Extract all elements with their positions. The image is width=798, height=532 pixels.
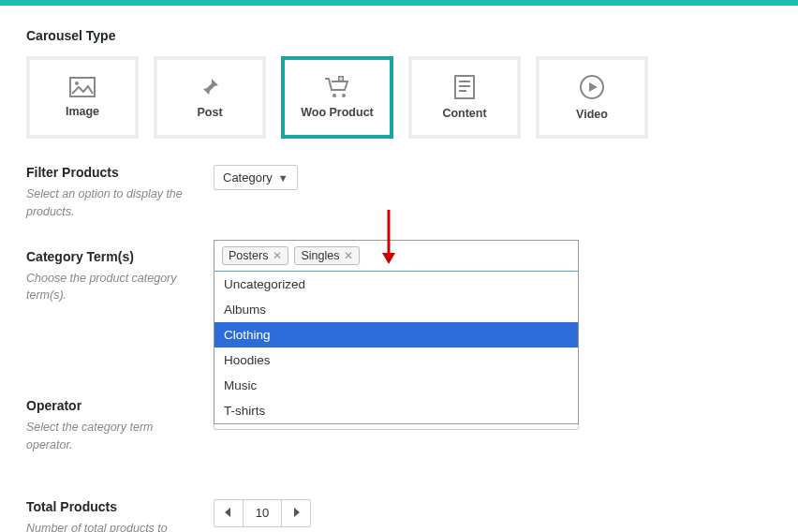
category-terms-help: Choose the product category term(s). — [26, 270, 195, 305]
tag-label: Singles — [301, 249, 339, 262]
stepper-value[interactable]: 10 — [243, 500, 282, 526]
type-card-post[interactable]: Post — [154, 56, 266, 139]
carousel-type-row: Image Post Woo Product Content — [26, 56, 772, 139]
option-clothing[interactable]: Clothing — [214, 322, 578, 347]
remove-tag-icon[interactable]: ✕ — [273, 249, 282, 262]
chevron-down-icon: ▼ — [278, 172, 288, 184]
total-products-help: Number of total products to display. Def… — [26, 520, 195, 533]
type-card-content[interactable]: Content — [408, 56, 521, 139]
filter-products-row: Filter Products Select an option to disp… — [26, 165, 772, 221]
play-icon — [579, 74, 605, 100]
type-label: Image — [66, 105, 99, 118]
filter-select-value: Category — [223, 170, 273, 185]
type-label: Video — [576, 108, 608, 121]
operator-label: Operator — [26, 398, 214, 413]
type-label: Woo Product — [301, 106, 374, 119]
filter-products-select[interactable]: Category ▼ — [214, 165, 298, 190]
type-card-video[interactable]: Video — [536, 56, 648, 139]
multiselect-dropdown: Uncategorized Albums Clothing Hoodies Mu… — [214, 272, 578, 423]
option-music[interactable]: Music — [214, 373, 578, 398]
option-albums[interactable]: Albums — [214, 297, 578, 322]
section-title: Carousel Type — [26, 28, 772, 43]
tag-singles[interactable]: Singles ✕ — [294, 246, 360, 265]
stepper-increment[interactable] — [282, 500, 310, 526]
type-label: Post — [197, 106, 222, 119]
remove-tag-icon[interactable]: ✕ — [344, 249, 353, 262]
document-icon — [454, 75, 475, 99]
total-products-stepper: 10 — [214, 499, 311, 527]
svg-point-3 — [342, 94, 346, 97]
svg-point-1 — [75, 81, 79, 85]
chevron-left-icon — [225, 508, 232, 517]
type-card-image[interactable]: Image — [26, 56, 139, 139]
chevron-right-icon — [292, 508, 300, 517]
option-uncategorized[interactable]: Uncategorized — [214, 272, 578, 297]
category-multiselect[interactable]: Posters ✕ Singles ✕ Uncategorized Albums… — [214, 240, 579, 424]
type-label: Content — [442, 107, 486, 120]
option-hoodies[interactable]: Hoodies — [214, 347, 578, 373]
svg-rect-0 — [70, 78, 95, 96]
svg-marker-12 — [589, 82, 598, 92]
svg-marker-16 — [294, 508, 300, 517]
filter-products-help: Select an option to display the products… — [26, 185, 195, 221]
svg-marker-15 — [225, 508, 230, 517]
total-products-label: Total Products — [26, 499, 214, 514]
total-products-row: Total Products Number of total products … — [26, 499, 772, 533]
cart-icon — [323, 76, 351, 98]
stepper-decrement[interactable] — [214, 500, 243, 526]
tag-label: Posters — [229, 249, 268, 262]
operator-help: Select the category term operator. — [26, 419, 195, 454]
pin-icon — [199, 76, 221, 98]
option-tshirts[interactable]: T-shirts — [214, 398, 578, 423]
category-terms-label: Category Term(s) — [26, 249, 214, 264]
category-terms-row: Category Term(s) Choose the product cate… — [26, 249, 772, 305]
tag-posters[interactable]: Posters ✕ — [222, 246, 288, 265]
image-icon — [69, 77, 96, 97]
filter-products-label: Filter Products — [26, 165, 214, 180]
settings-panel: Carousel Type Image Post Woo Product — [0, 6, 798, 532]
multiselect-tags: Posters ✕ Singles ✕ — [214, 241, 578, 272]
svg-point-2 — [332, 94, 336, 97]
type-card-woo-product[interactable]: Woo Product — [281, 56, 393, 139]
